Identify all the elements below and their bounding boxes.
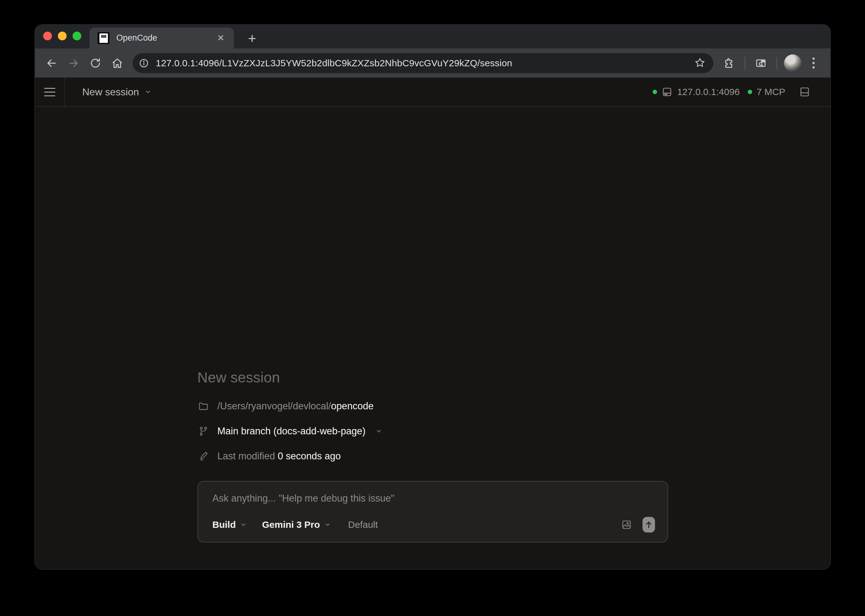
mcp-status[interactable]: 7 MCP	[748, 86, 785, 97]
mcp-status-dot	[748, 90, 752, 94]
sidebar-menu-button[interactable]	[35, 77, 65, 106]
session-dropdown[interactable]: New session	[82, 77, 151, 106]
home-icon	[112, 58, 123, 69]
browser-tab-opencode[interactable]: OpenCode ✕	[90, 28, 234, 49]
arrow-up-icon	[644, 520, 653, 529]
address-bar[interactable]: 127.0.0.1:4096/L1VzZXJzL3J5YW52b2dlbC9kZ…	[133, 53, 713, 73]
main-content: New session /Users/ryanvogel/devlocal/op…	[35, 107, 830, 569]
chevron-down-icon	[145, 88, 151, 95]
browser-toolbar: 127.0.0.1:4096/L1VzZXJzL3J5YW52b2dlbC9kZ…	[35, 49, 830, 77]
back-button[interactable]	[42, 53, 61, 73]
composer-actions	[621, 517, 655, 533]
tab-close-icon[interactable]: ✕	[214, 32, 227, 44]
opencode-app: New session 127.0.0.1:4096 7 MCP	[35, 77, 830, 569]
home-button[interactable]	[108, 53, 127, 73]
browser-window: OpenCode ✕ + 127.0.0.1:4096/L1VzZXJzL3J5…	[35, 25, 830, 569]
site-info-icon[interactable]	[136, 56, 151, 71]
modified-label: Last modified	[217, 451, 275, 462]
project-path-prefix: /Users/ryanvogel/devlocal/	[217, 401, 331, 412]
url-text[interactable]: 127.0.0.1:4096/L1VzZXJzL3J5YW52b2dlbC9kZ…	[156, 58, 695, 69]
branch-label: Main branch (docs-add-web-page)	[217, 426, 366, 437]
last-modified-row: Last modified 0 seconds ago	[197, 450, 668, 462]
profile-avatar[interactable]	[784, 54, 802, 72]
chevron-down-icon	[324, 522, 330, 528]
panel-bottom-icon	[799, 86, 810, 97]
mcp-status-label: 7 MCP	[756, 86, 785, 97]
tab-title: OpenCode	[116, 33, 214, 43]
forward-button[interactable]	[64, 53, 83, 73]
app-header-right: 127.0.0.1:4096 7 MCP	[653, 77, 830, 106]
session-dropdown-label: New session	[82, 86, 139, 98]
prompt-composer[interactable]: Ask anything... "Help me debug this issu…	[197, 481, 668, 542]
back-icon	[46, 58, 57, 69]
composer-toolbar: Build Gemini 3 Pro Default	[212, 517, 655, 533]
branch-row[interactable]: Main branch (docs-add-web-page)	[197, 425, 668, 437]
toolbar-divider	[777, 57, 777, 69]
chevron-down-icon	[240, 522, 247, 528]
last-modified: Last modified 0 seconds ago	[217, 451, 341, 462]
attach-image-button[interactable]	[621, 519, 632, 530]
image-icon	[621, 519, 632, 530]
panel-toggle-button[interactable]	[799, 86, 810, 97]
window-zoom-button[interactable]	[72, 31, 81, 40]
send-button[interactable]	[642, 517, 655, 533]
folder-icon	[197, 400, 209, 412]
project-path-row: /Users/ryanvogel/devlocal/opencode	[197, 400, 668, 412]
toolbar-right	[720, 54, 821, 72]
page-title: New session	[197, 369, 668, 386]
app-header: New session 127.0.0.1:4096 7 MCP	[35, 77, 830, 107]
server-status-dot	[653, 90, 657, 94]
hamburger-icon	[44, 88, 55, 96]
model-dropdown[interactable]: Gemini 3 Pro	[262, 519, 330, 530]
window-close-button[interactable]	[43, 31, 52, 40]
opencode-favicon-icon	[98, 32, 110, 44]
server-host-label: 127.0.0.1:4096	[677, 86, 739, 97]
tab-search-icon[interactable]	[752, 54, 770, 72]
toolbar-divider	[745, 57, 745, 69]
tab-strip: OpenCode ✕ +	[35, 25, 830, 49]
mode-label: Build	[212, 519, 236, 530]
reload-button[interactable]	[86, 53, 105, 73]
extensions-icon[interactable]	[720, 54, 738, 72]
prompt-input-placeholder[interactable]: Ask anything... "Help me debug this issu…	[212, 493, 655, 504]
model-label: Gemini 3 Pro	[262, 519, 320, 530]
window-minimize-button[interactable]	[58, 31, 67, 40]
mode-dropdown[interactable]: Build	[212, 519, 247, 530]
project-path: /Users/ryanvogel/devlocal/opencode	[217, 401, 374, 412]
project-path-name: opencode	[331, 401, 374, 412]
browser-menu-icon[interactable]	[806, 58, 821, 69]
forward-icon	[68, 58, 79, 69]
modified-value: 0 seconds ago	[278, 451, 341, 462]
chevron-down-icon	[376, 428, 382, 435]
agent-label[interactable]: Default	[348, 519, 378, 530]
reload-icon	[90, 58, 101, 69]
server-status[interactable]: 127.0.0.1:4096	[653, 86, 739, 97]
server-icon	[661, 86, 673, 97]
traffic-lights	[43, 31, 81, 40]
pencil-icon	[197, 450, 209, 462]
bookmark-star-icon[interactable]	[695, 57, 705, 69]
git-branch-icon	[197, 425, 209, 437]
new-tab-button[interactable]: +	[244, 30, 260, 47]
session-meta: /Users/ryanvogel/devlocal/opencode Main …	[197, 400, 668, 462]
